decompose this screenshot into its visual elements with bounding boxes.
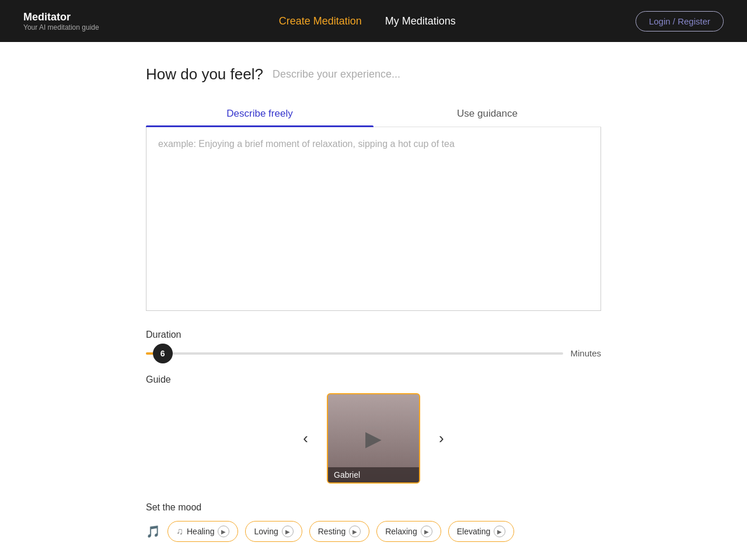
guide-carousel: ‹ ▶ Gabriel › bbox=[146, 393, 601, 484]
feel-description-placeholder: Describe your experience... bbox=[273, 68, 400, 80]
logo-title: Meditator bbox=[23, 11, 99, 23]
tab-describe-freely[interactable]: Describe freely bbox=[146, 101, 374, 127]
mood-chips-container: 🎵 ♫ Healing ▶ Loving ▶ Resting ▶ Relaxin… bbox=[146, 521, 601, 542]
loving-play-button[interactable]: ▶ bbox=[282, 526, 294, 537]
no-music-icon[interactable]: 🎵 bbox=[146, 524, 160, 538]
duration-label: Duration bbox=[146, 330, 601, 340]
healing-play-button[interactable]: ▶ bbox=[218, 526, 229, 537]
tabs-container: Describe freely Use guidance bbox=[146, 101, 601, 127]
mood-chip-loving[interactable]: Loving ▶ bbox=[245, 521, 302, 542]
my-meditations-link[interactable]: My Meditations bbox=[385, 15, 456, 27]
mood-chip-relaxing[interactable]: Relaxing ▶ bbox=[376, 521, 441, 542]
mood-label: Set the mood bbox=[146, 502, 601, 513]
logo-subtitle: Your AI meditation guide bbox=[23, 23, 99, 32]
guide-card-label: Gabriel bbox=[328, 467, 419, 482]
mood-chip-resting[interactable]: Resting ▶ bbox=[309, 521, 369, 542]
navbar: Meditator Your AI meditation guide Creat… bbox=[0, 0, 747, 42]
guide-card-gabriel[interactable]: ▶ Gabriel bbox=[327, 393, 420, 484]
duration-unit: Minutes bbox=[570, 348, 601, 358]
resting-play-button[interactable]: ▶ bbox=[349, 526, 361, 537]
feel-section: How do you feel? Describe your experienc… bbox=[146, 65, 601, 83]
slider-track: 6 bbox=[146, 352, 563, 355]
create-meditation-link[interactable]: Create Meditation bbox=[279, 15, 362, 27]
slider-track-wrapper: 6 bbox=[146, 352, 563, 355]
login-register-button[interactable]: Login / Register bbox=[636, 11, 724, 32]
healing-icon: ♫ bbox=[176, 526, 183, 537]
logo: Meditator Your AI meditation guide bbox=[23, 11, 99, 32]
carousel-prev-button[interactable]: ‹ bbox=[298, 425, 313, 452]
mood-chip-healing[interactable]: ♫ Healing ▶ bbox=[167, 521, 238, 542]
mood-section: Set the mood 🎵 ♫ Healing ▶ Loving ▶ Rest… bbox=[146, 502, 601, 542]
free-description-textarea[interactable] bbox=[146, 127, 601, 311]
duration-slider-row: 6 Minutes bbox=[146, 348, 601, 358]
play-icon: ▶ bbox=[365, 426, 382, 451]
carousel-next-button[interactable]: › bbox=[434, 425, 449, 452]
guide-label: Guide bbox=[146, 374, 601, 385]
main-content: How do you feel? Describe your experienc… bbox=[134, 42, 613, 560]
mood-chip-elevating[interactable]: Elevating ▶ bbox=[448, 521, 515, 542]
tab-use-guidance[interactable]: Use guidance bbox=[374, 101, 601, 127]
elevating-play-button[interactable]: ▶ bbox=[494, 526, 505, 537]
feel-title: How do you feel? bbox=[146, 65, 263, 83]
relaxing-play-button[interactable]: ▶ bbox=[421, 526, 432, 537]
nav-links: Create Meditation My Meditations bbox=[279, 15, 456, 27]
